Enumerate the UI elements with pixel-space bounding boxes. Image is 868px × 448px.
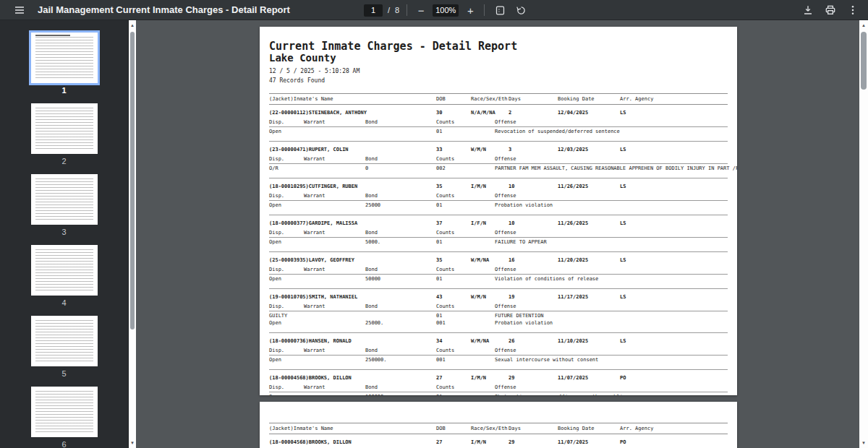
thumbnail-item[interactable]: 1 (31, 33, 98, 95)
page-number-input[interactable] (364, 4, 383, 17)
inmate-booking-date: 11/20/2025 (558, 257, 620, 263)
charge-bond: 0 (365, 165, 436, 171)
charge-warrant (304, 320, 365, 326)
inmate-record: (23-00000471)RUPERT, COLIN33W/M/N312/03/… (269, 147, 728, 178)
charge-warrant (304, 165, 365, 171)
thumbnail-page-4[interactable] (31, 245, 98, 296)
sidebar-scrollbar[interactable]: ▲ ▼ (128, 20, 136, 448)
charge-header-row: Disp.WarrantBondCountsOffense (269, 303, 728, 311)
charge-bond (365, 313, 436, 319)
report-table: (Jacket)Inmate's NameDOBRace/Sex/EthDays… (269, 423, 728, 445)
thumbnail-item[interactable]: 4 (31, 245, 98, 307)
inmate-race-sex-eth: I/M/N (471, 439, 509, 445)
thumbnail-page-number: 1 (61, 86, 66, 95)
content-area: 123456 ▲ ▼ Current Inmate Charges - Deta… (0, 20, 868, 448)
thumbnail-text-lines-decoration (35, 320, 93, 363)
column-header-cell: DOB (436, 96, 471, 102)
charge-row: Open01Revocation of suspended/deferred s… (269, 127, 728, 134)
charge-bond: 25000 (365, 202, 436, 208)
charge-warrant (304, 394, 365, 395)
inmate-record-row: (18-00000736)HANSEN, RONALD34W/M/NA2611/… (269, 338, 728, 344)
inmate-arr-agency: PO (620, 439, 728, 445)
document-page-1: Current Inmate Charges - Detail ReportLa… (260, 27, 737, 395)
inmate-booking-date: 12/04/2025 (558, 110, 620, 116)
zoom-out-button[interactable]: − (414, 2, 427, 18)
toolbar-left: Jail Management Current Inmate Charges -… (0, 2, 290, 18)
thumbnail-page-6[interactable] (31, 387, 98, 437)
charge-header-cell: Warrant (304, 267, 365, 272)
thumbnail-item[interactable]: 2 (31, 103, 98, 165)
document-title: Jail Management Current Inmate Charges -… (38, 4, 290, 15)
charge-counts: 002 (436, 165, 495, 171)
viewer-scrollbar-thumb[interactable] (861, 32, 867, 90)
inmate-arr-agency: LS (620, 294, 728, 300)
charge-counts: 01 (436, 202, 495, 208)
more-options-button[interactable] (845, 2, 861, 18)
inmate-record-row: (19-00010705)SMITH, NATHANIEL43W/M/N1911… (269, 294, 728, 300)
column-header-row: (Jacket)Inmate's NameDOBRace/Sex/EthDays… (269, 423, 728, 434)
column-header-cell: Days (509, 96, 558, 102)
zoom-in-button[interactable]: + (464, 2, 477, 18)
thumbnail-text-lines-decoration (35, 108, 93, 150)
charge-header-row: Disp.WarrantBondCountsOffense (269, 267, 728, 275)
thumbnail-sidebar: 123456 ▲ ▼ (0, 20, 136, 448)
charge-header-cell: Counts (436, 348, 495, 353)
inmate-record-row: (25-00003935)LAVOY, GEOFFREY35W/M/NA1611… (269, 257, 728, 263)
charge-header-cell: Offense (495, 119, 728, 125)
toolbar: Jail Management Current Inmate Charges -… (0, 0, 868, 20)
viewer-scrollbar[interactable]: ▲ ▼ (859, 20, 868, 448)
inmate-record-row: (18-00004568)BROOKS, DILLON27I/M/N2911/0… (269, 375, 728, 381)
thumbnail-text-lines-decoration (35, 178, 93, 221)
sidebar-scrollbar-thumb[interactable] (130, 32, 135, 329)
inmate-record: (18-00000377)GARDIPE, MALISSA37I/F/N1011… (269, 220, 728, 252)
thumbnail-page-5[interactable] (31, 316, 98, 366)
download-button[interactable] (800, 2, 816, 18)
charge-row: Open25000.001Probation violation (269, 319, 728, 326)
charge-header-cell: Bond (365, 348, 436, 353)
column-header-cell: Race/Sex/Eth (471, 426, 509, 431)
menu-icon (14, 4, 25, 16)
print-button[interactable] (822, 2, 838, 18)
charge-disp: Open (269, 129, 304, 134)
inmate-race-sex-eth: W/M/NA (471, 338, 509, 344)
scroll-up-arrow-icon[interactable]: ▲ (129, 20, 136, 30)
charge-header-row: Disp.WarrantBondCountsOffense (269, 348, 728, 356)
charge-header-cell: Bond (365, 230, 436, 236)
inmate-days: 16 (509, 257, 558, 263)
toolbar-divider (407, 4, 407, 16)
inmate-days: 26 (509, 338, 558, 344)
inmate-dob: 30 (436, 110, 471, 116)
thumbnail-page-2[interactable] (31, 103, 98, 154)
charge-header-cell: Bond (365, 384, 436, 390)
charge-header-cell: Offense (495, 193, 728, 199)
inmate-booking-date: 11/07/2025 (558, 375, 620, 381)
scroll-down-arrow-icon[interactable]: ▼ (859, 438, 868, 448)
charge-counts: 01 (436, 313, 495, 319)
inmate-race-sex-eth: W/M/NA (471, 257, 509, 263)
scroll-up-arrow-icon[interactable]: ▲ (859, 20, 868, 30)
thumbnail-page-1[interactable] (31, 33, 98, 83)
thumbnail-item[interactable]: 3 (31, 174, 98, 236)
inmate-record: (18-00004568)BROOKS, DILLON27I/M/N2911/0… (269, 439, 728, 445)
inmate-name: (18-00004568)BROOKS, DILLON (269, 375, 436, 381)
charge-header-cell: Warrant (304, 230, 365, 236)
charge-header-cell: Offense (495, 348, 728, 353)
document-page-2: (Jacket)Inmate's NameDOBRace/Sex/EthDays… (260, 402, 737, 448)
menu-button[interactable] (12, 2, 27, 18)
thumbnail-item[interactable]: 6 (31, 387, 98, 448)
fit-page-button[interactable] (492, 2, 508, 18)
charge-header-cell: Warrant (304, 348, 365, 353)
inmate-days: 10 (509, 220, 558, 226)
inmate-race-sex-eth: N/A/M/NA (471, 110, 509, 116)
rotate-button[interactable] (513, 2, 529, 18)
inmate-dob: 27 (436, 375, 471, 381)
thumbnail-page-3[interactable] (31, 174, 98, 225)
report-datetime: 12 / 5 / 2025 - 5:10:28 AM (269, 68, 728, 74)
column-header-cell: Arr. Agency (620, 426, 728, 431)
charge-header-row: Disp.WarrantBondCountsOffense (269, 193, 728, 201)
scroll-down-arrow-icon[interactable]: ▼ (129, 438, 136, 448)
inmate-arr-agency: LS (620, 220, 728, 226)
charge-counts: 01 (436, 129, 495, 134)
thumbnail-item[interactable]: 5 (31, 316, 98, 378)
inmate-dob: 34 (436, 338, 471, 344)
